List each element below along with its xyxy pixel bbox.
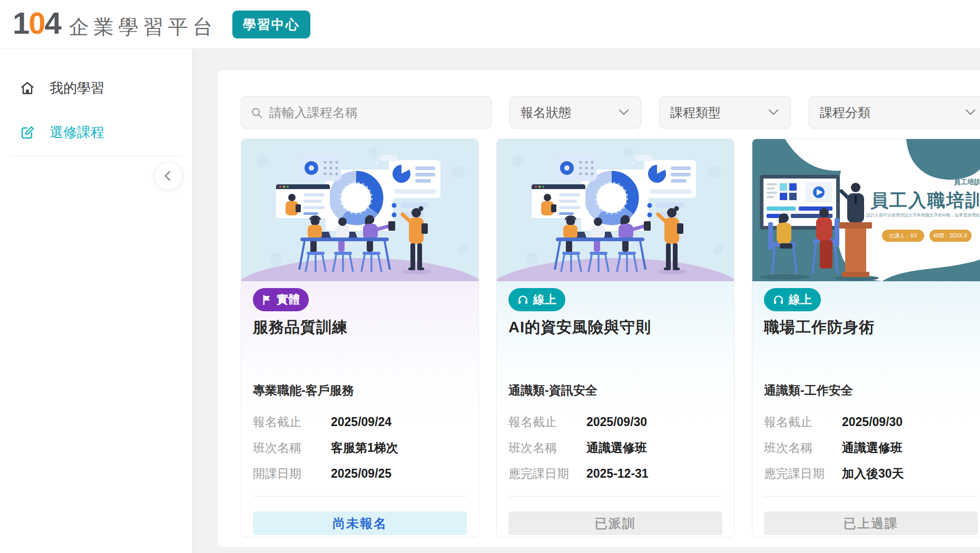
course-title: AI的資安風險與守則 xyxy=(508,317,722,338)
dropdown-registration-status[interactable]: 報名狀態 xyxy=(509,96,641,129)
logo-104[interactable]: 104 企業學習平台 xyxy=(13,8,218,41)
status-button-completed[interactable]: 已上過課 xyxy=(764,511,978,535)
banner-tag: 員工培訓 xyxy=(954,178,980,186)
dropdown-course-category[interactable]: 課程分類 xyxy=(809,96,980,129)
course-type-badge: 實體 xyxy=(253,288,309,311)
search-input[interactable] xyxy=(269,105,482,120)
main-area: 報名狀態 課程類型 課程分類 實體 xyxy=(193,49,980,553)
sidebar-item-elective-courses[interactable]: 選修課程 xyxy=(0,117,192,147)
chevron-down-icon xyxy=(964,106,977,119)
headphones-icon xyxy=(517,294,528,305)
info-row: 班次名稱 通識選修班 xyxy=(508,435,722,461)
course-card-body: 實體 服務品質訓練 專業職能-客戶服務 報名截止 2025/09/24 班次名稱… xyxy=(241,281,478,537)
course-category: 通識類-工作安全 xyxy=(764,382,978,399)
course-card[interactable]: 實體 服務品質訓練 專業職能-客戶服務 報名截止 2025/09/24 班次名稱… xyxy=(241,139,479,537)
course-category: 通識類-資訊安全 xyxy=(508,382,722,399)
card-divider xyxy=(764,496,978,497)
sidebar-item-label: 我的學習 xyxy=(50,79,104,97)
info-row: 應完課日期 加入後30天 xyxy=(764,461,978,487)
info-row: 報名截止 2025/09/30 xyxy=(764,409,978,435)
status-button-not-registered[interactable]: 尚未報名 xyxy=(253,511,467,535)
info-row: 報名截止 2025/09/24 xyxy=(253,409,467,435)
course-image-classroom xyxy=(497,139,734,281)
content-panel: 報名狀態 課程類型 課程分類 實體 xyxy=(217,70,980,548)
brand-text: 企業學習平台 xyxy=(69,14,218,41)
sidebar-divider xyxy=(9,155,183,156)
dropdown-course-type[interactable]: 課程類型 xyxy=(659,96,791,129)
course-card-body: 線上 職場工作防身術 通識類-工作安全 報名截止 2025/09/30 班次名稱… xyxy=(752,281,980,537)
headphones-icon xyxy=(773,294,784,305)
course-type-badge: 線上 xyxy=(764,288,821,311)
course-card-body: 線上 AI的資安風險與守則 通識類-資訊安全 報名截止 2025/09/30 班… xyxy=(497,281,734,537)
sidebar-collapse-button[interactable] xyxy=(154,162,183,190)
course-type-badge: 線上 xyxy=(508,288,565,311)
sidebar-item-my-learning[interactable]: 我的學習 xyxy=(0,73,192,103)
banner-pill-speaker: 主講人：XX xyxy=(888,233,917,239)
course-category: 專業職能-客戶服務 xyxy=(253,382,467,399)
search-icon xyxy=(251,106,262,119)
info-row: 班次名稱 通識選修班 xyxy=(764,435,978,461)
filter-bar: 報名狀態 課程類型 課程分類 xyxy=(241,96,980,129)
banner-pill-time: 時間：20XX.X xyxy=(934,233,967,239)
info-row: 應完課日期 2025-12-31 xyxy=(508,461,722,487)
course-title: 職場工作防身術 xyxy=(764,317,978,338)
info-row: 報名截止 2025/09/30 xyxy=(508,409,722,435)
course-info-rows: 報名截止 2025/09/30 班次名稱 通識選修班 應完課日期 加入後30天 xyxy=(764,409,978,487)
course-info-rows: 報名截止 2025/09/24 班次名稱 客服第1梯次 開課日期 2025/09… xyxy=(253,409,467,487)
course-search-box[interactable] xyxy=(241,96,492,129)
chevron-left-icon xyxy=(162,169,175,183)
chevron-down-icon xyxy=(618,106,630,119)
banner-subtitle: 設計人員可以使用預設文字來模擬文字的外觀，如果您使用此文 xyxy=(866,213,980,218)
sidebar-item-label: 選修課程 xyxy=(50,123,104,142)
home-icon xyxy=(20,81,35,95)
course-image-onboarding-banner: 員工培訓 員工入職培訓 設計人員可以使用預設文字來模擬文字的外觀，如果您使用此文… xyxy=(752,139,980,281)
edit-icon xyxy=(20,125,35,140)
status-button-assigned[interactable]: 已派訓 xyxy=(508,511,722,535)
course-card[interactable]: 線上 AI的資安風險與守則 通識類-資訊安全 報名截止 2025/09/30 班… xyxy=(496,139,734,537)
flag-icon xyxy=(262,294,272,305)
course-card[interactable]: 員工培訓 員工入職培訓 設計人員可以使用預設文字來模擬文字的外觀，如果您使用此文… xyxy=(752,139,980,537)
info-row: 班次名稱 客服第1梯次 xyxy=(253,435,467,461)
course-card-list: 實體 服務品質訓練 專業職能-客戶服務 報名截止 2025/09/24 班次名稱… xyxy=(241,139,980,537)
learning-center-badge: 學習中心 xyxy=(232,11,310,38)
course-info-rows: 報名截止 2025/09/30 班次名稱 通識選修班 應完課日期 2025-12… xyxy=(508,409,722,487)
card-divider xyxy=(508,496,722,497)
info-row: 開課日期 2025/09/25 xyxy=(253,461,467,487)
course-image-classroom xyxy=(241,139,479,281)
sidebar: 我的學習 選修課程 xyxy=(0,49,193,553)
card-divider xyxy=(253,496,467,497)
app-header: 104 企業學習平台 學習中心 xyxy=(0,0,980,49)
chevron-down-icon xyxy=(767,106,780,119)
logo-number: 104 xyxy=(13,8,61,38)
course-title: 服務品質訓練 xyxy=(253,317,467,338)
banner-title: 員工入職培訓 xyxy=(870,190,980,210)
